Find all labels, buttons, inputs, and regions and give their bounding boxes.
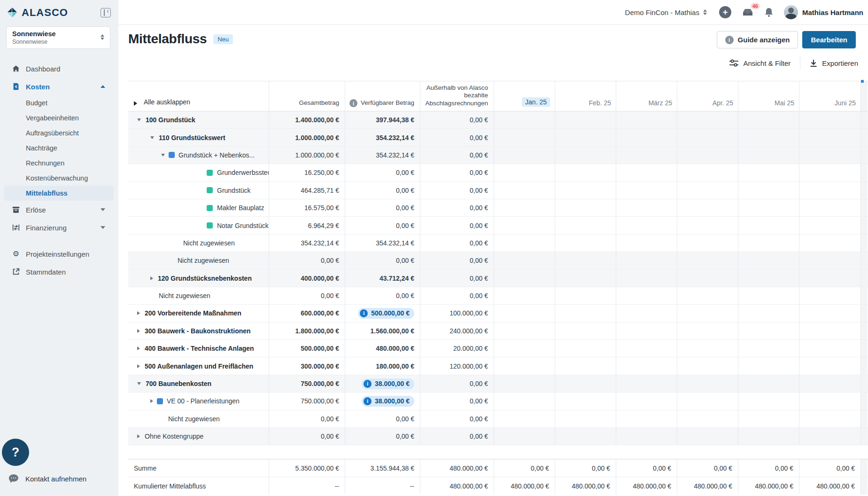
month-header-5[interactable]: Mai 25 <box>738 81 799 111</box>
table-row[interactable]: Grundstück464.285,71 €0,00 €0,00 € <box>128 182 868 199</box>
month-cell <box>799 287 860 304</box>
table-row[interactable]: Makler Bauplatz16.575,00 €0,00 €0,00 € <box>128 199 868 217</box>
table-row[interactable]: Nicht zugewiesen0,00 €0,00 €0,00 € <box>128 287 868 305</box>
amount-cell: 0,00 € <box>420 270 494 287</box>
amount-cell: 400.000,00 € <box>269 270 345 287</box>
chevron-down-icon[interactable] <box>101 226 105 229</box>
table-row[interactable]: 300 Bauwerk - Baukonstruktionen1.800.000… <box>128 323 868 340</box>
sidebar-item-vergabeeinheiten[interactable]: Vergabeeinheiten <box>0 110 118 126</box>
help-button[interactable]: ? <box>2 439 29 466</box>
month-header-2[interactable]: Feb. 25 <box>555 81 616 111</box>
user-menu[interactable]: Mathias Hartmann <box>784 5 863 19</box>
neu-badge: Neu <box>213 34 233 44</box>
amount-cell: 0,00 € <box>269 410 345 427</box>
add-button[interactable]: + <box>719 6 731 18</box>
caret-right-icon[interactable] <box>137 329 140 333</box>
amount-cell: 0,00 € <box>616 459 677 477</box>
table-row[interactable]: 700 Baunebenkosten750.000,00 €i38.000,00… <box>128 375 868 393</box>
sidebar-item-budget[interactable]: Budget <box>0 95 118 110</box>
table-row[interactable]: Nicht zugewiesen0,00 €0,00 €0,00 € <box>128 410 868 428</box>
info-icon: i <box>349 99 357 107</box>
month-header-4[interactable]: Apr. 25 <box>677 81 738 111</box>
view-filter-button[interactable]: Ansicht & Filter <box>729 59 790 67</box>
table-row[interactable]: Nicht zugewiesen0,00 €0,00 €0,00 € <box>128 252 868 269</box>
sidebar-item-finanzierung[interactable]: Finanzierung <box>0 219 118 236</box>
project-selector[interactable]: Sonnenwiese Sonnenwiese <box>6 26 110 49</box>
sidebar-item-auftragsübersicht[interactable]: Auftragsübersicht <box>0 126 118 141</box>
table-header-sliver <box>860 81 868 111</box>
caret-right-icon[interactable] <box>137 364 140 368</box>
chevron-up-icon[interactable] <box>101 85 105 88</box>
caret-down-icon[interactable] <box>137 118 141 121</box>
sidebar-item-nachträge[interactable]: Nachträge <box>0 141 118 156</box>
row-label: Nicht zugewiesen <box>159 292 210 299</box>
guide-button[interactable]: i Guide anzeigen <box>717 31 798 48</box>
month-header-6[interactable]: Juni 25 <box>799 81 860 111</box>
caret-down-icon[interactable] <box>150 136 154 139</box>
caret-right-icon[interactable] <box>137 311 140 315</box>
month-header-1[interactable]: Jan. 25 <box>494 81 555 111</box>
table-row[interactable]: Ohne Kostengruppe0,00 €0,00 €0,00 € <box>128 428 868 445</box>
caret-right-icon[interactable] <box>137 434 140 438</box>
caret-down-icon[interactable] <box>137 382 141 385</box>
month-cell <box>738 287 799 304</box>
scroll-position-marker <box>861 80 864 83</box>
table-row[interactable]: Notar Grundstücksk...6.964,29 €0,00 €0,0… <box>128 217 868 234</box>
sidebar-item-stammdaten[interactable]: Stammdaten <box>0 263 118 281</box>
sidebar-item-kosten[interactable]: €Kosten <box>0 78 118 95</box>
contact-link[interactable]: Kontakt aufnehmen <box>8 474 86 483</box>
chat-bubble-icon <box>8 474 19 483</box>
month-cell <box>616 252 677 269</box>
info-highlight[interactable]: i38.000,00 € <box>362 396 414 407</box>
sidebar-collapse-icon[interactable] <box>101 8 111 17</box>
inbox-button[interactable]: 46 <box>742 7 754 17</box>
sidebar-item-rechnungen[interactable]: Rechnungen <box>0 156 118 171</box>
caret-right-icon[interactable] <box>137 346 140 350</box>
main-content: Mittelabfluss Neu i Guide anzeigen Bearb… <box>118 25 868 496</box>
column-header-gesamtbetrag[interactable]: Gesamtbetrag <box>269 81 345 111</box>
edit-button[interactable]: Bearbeiten <box>802 31 856 48</box>
table-row[interactable]: 100 Grundstück1.400.000,00 €397.944,38 €… <box>128 111 868 129</box>
info-highlight[interactable]: i500.000,00 € <box>358 308 414 319</box>
row-name-cell: Grundstück <box>128 182 269 199</box>
month-cell <box>677 340 738 357</box>
table-row[interactable]: Grunderwerbssteuer16.250,00 €0,00 €0,00 … <box>128 164 868 181</box>
month-cell <box>494 357 555 374</box>
amount-cell: 480.000,00 € <box>420 459 494 477</box>
export-button[interactable]: Exportieren <box>810 59 858 67</box>
sidebar-item-projekteinstellungen[interactable]: ⚙Projekteinstellungen <box>0 245 118 263</box>
sidebar-item-mittelabfluss[interactable]: Mittelabfluss <box>4 186 114 201</box>
month-cell <box>616 287 677 304</box>
amount-cell: 180.000,00 € <box>345 357 420 374</box>
column-header-ausserhalb[interactable]: Außerhalb von AlascobezahlteAbschlagsrec… <box>420 81 494 111</box>
chevron-down-icon[interactable] <box>101 208 105 211</box>
notifications-button[interactable] <box>764 7 774 17</box>
table-row[interactable]: Nicht zugewiesen354.232,14 €354.232,14 €… <box>128 235 868 252</box>
table-row[interactable]: 110 Grundstückswert1.000.000,00 €354.232… <box>128 129 868 146</box>
caret-down-icon[interactable] <box>161 154 165 157</box>
info-highlight[interactable]: i38.000,00 € <box>362 378 414 389</box>
row-sliver <box>860 305 868 322</box>
table-row[interactable]: VE 00 - Planerleistungen750.000,00 €i38.… <box>128 393 868 410</box>
table-row[interactable]: 400 Bauwerk - Technische Anlagen500.000,… <box>128 340 868 357</box>
amount-cell: 480.000,00 € <box>494 477 555 495</box>
sidebar-item-erlöse[interactable]: Erlöse <box>0 201 118 219</box>
caret-right-icon[interactable] <box>150 399 153 403</box>
table-row[interactable]: 120 Grundstücksnebenkosten400.000,00 €43… <box>128 270 868 287</box>
caret-right-icon[interactable] <box>150 276 153 280</box>
expand-all-button[interactable]: Alle ausklappen <box>128 81 269 111</box>
account-selector[interactable]: Demo FinCon - Mathias <box>625 8 707 16</box>
row-label: Notar Grundstücksk... <box>217 222 269 229</box>
table-row[interactable]: 200 Vorbereitende Maßnahmen600.000,00 €i… <box>128 305 868 322</box>
month-header-3[interactable]: März 25 <box>616 81 677 111</box>
summary-label: Kumulierter Mittelabfluss <box>134 482 206 490</box>
table-row[interactable]: Grundstück + Nebenkos...1.000.000,00 €35… <box>128 147 868 164</box>
row-label: Ohne Kostengruppe <box>145 433 203 440</box>
sidebar-nav: Dashboard€KostenBudgetVergabeeinheitenAu… <box>0 60 118 281</box>
column-header-verfuegbarer-betrag[interactable]: i Verfügbarer Betrag <box>345 81 420 111</box>
table-row[interactable]: 500 Außenanlagen und Freiflächen300.000,… <box>128 357 868 375</box>
sidebar-item-dashboard[interactable]: Dashboard <box>0 60 118 78</box>
home-icon <box>12 64 20 73</box>
amount-cell: 0,00 € <box>420 287 494 304</box>
sidebar-item-kostenüberwachung[interactable]: Kostenüberwachung <box>0 171 118 186</box>
